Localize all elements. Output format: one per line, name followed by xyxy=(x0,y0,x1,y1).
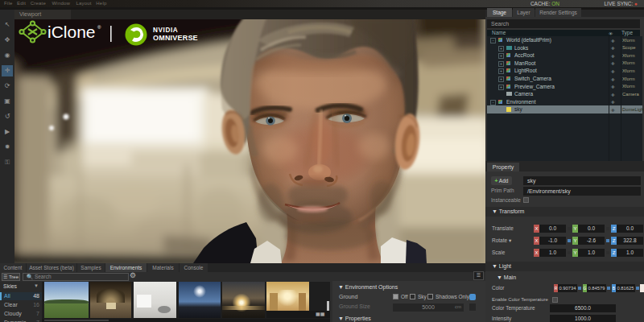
svg-text:NVIDIA: NVIDIA xyxy=(153,27,178,34)
svg-text:iClone: iClone xyxy=(47,23,96,41)
svg-text:®: ® xyxy=(97,25,101,30)
svg-text:OMNIVERSE: OMNIVERSE xyxy=(153,34,198,42)
